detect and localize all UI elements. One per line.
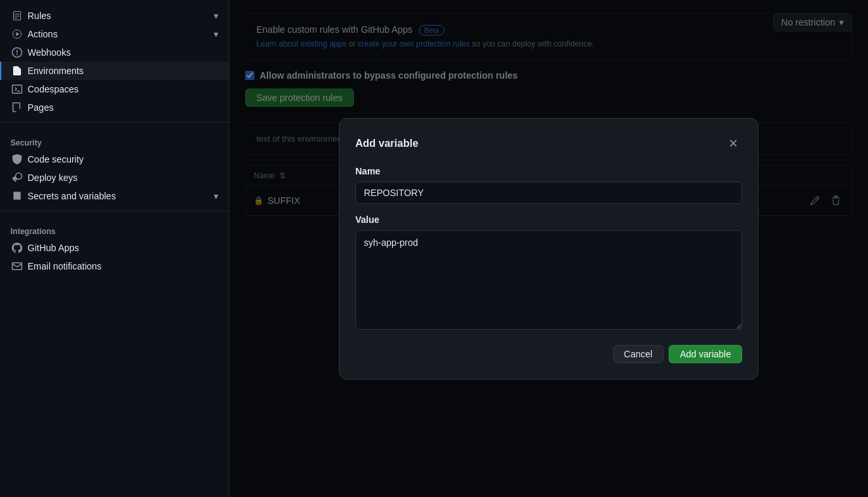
main-content-area: No restriction ▾ Enable custom rules wit… xyxy=(229,0,868,497)
sidebar-item-label: Deploy keys xyxy=(28,172,77,183)
integrations-section-label: Integrations xyxy=(0,216,229,239)
sidebar-item-codespaces[interactable]: Codespaces xyxy=(0,80,229,98)
cancel-button[interactable]: Cancel xyxy=(613,345,664,363)
sidebar-item-deploy-keys[interactable]: Deploy keys xyxy=(0,169,229,187)
security-section-label: Security xyxy=(0,128,229,150)
chevron-down-icon: ▾ xyxy=(214,191,218,201)
sidebar: Rules ▾ Actions ▾ Webhooks Environments … xyxy=(0,0,229,497)
sidebar-item-environments[interactable]: Environments xyxy=(0,62,229,80)
codespace-icon xyxy=(12,84,22,94)
sidebar-item-label: Actions xyxy=(28,29,58,39)
divider2 xyxy=(0,210,229,211)
sidebar-item-label: GitHub Apps xyxy=(28,243,79,253)
add-variable-modal: Add variable ✕ Name Value syh-app-prod C… xyxy=(339,118,759,380)
github-icon xyxy=(12,243,22,253)
sidebar-item-secrets-variables[interactable]: Secrets and variables ▾ xyxy=(0,187,229,205)
sidebar-item-code-security[interactable]: Code security xyxy=(0,150,229,169)
value-textarea[interactable]: syh-app-prod xyxy=(355,230,742,330)
sidebar-item-label: Webhooks xyxy=(28,47,71,58)
env-icon xyxy=(12,66,22,76)
sidebar-item-pages[interactable]: Pages xyxy=(0,98,229,117)
modal-footer: Cancel Add variable xyxy=(355,345,742,363)
chevron-down-icon: ▾ xyxy=(214,29,218,39)
svg-marker-1 xyxy=(16,32,20,36)
webhook-icon xyxy=(12,47,22,58)
list-icon xyxy=(12,10,22,21)
sidebar-item-label: Pages xyxy=(28,102,54,113)
chevron-down-icon: ▾ xyxy=(214,10,218,21)
sidebar-item-actions[interactable]: Actions ▾ xyxy=(0,25,229,43)
modal-title: Add variable xyxy=(355,138,418,149)
name-input[interactable] xyxy=(355,182,742,204)
add-variable-button[interactable]: Add variable xyxy=(669,345,742,363)
key-icon xyxy=(12,172,22,183)
value-field-label: Value xyxy=(355,214,742,225)
modal-overlay: Add variable ✕ Name Value syh-app-prod C… xyxy=(229,0,868,497)
mail-icon xyxy=(12,261,22,271)
divider xyxy=(0,122,229,123)
sidebar-item-github-apps[interactable]: GitHub Apps xyxy=(0,239,229,257)
play-icon xyxy=(12,29,22,39)
pages-icon xyxy=(12,102,22,113)
sidebar-item-label: Environments xyxy=(28,66,84,76)
sidebar-item-email-notifications[interactable]: Email notifications xyxy=(0,257,229,275)
modal-close-button[interactable]: ✕ xyxy=(724,134,742,153)
sidebar-item-label: Rules xyxy=(28,10,51,21)
sidebar-item-label: Email notifications xyxy=(28,261,102,271)
modal-header: Add variable ✕ xyxy=(355,134,742,153)
sidebar-item-label: Codespaces xyxy=(28,84,79,94)
shield-icon xyxy=(12,154,22,165)
sidebar-item-rules[interactable]: Rules ▾ xyxy=(0,7,229,25)
sidebar-item-label: Secrets and variables xyxy=(28,191,116,201)
sidebar-item-label: Code security xyxy=(28,154,84,165)
name-field-label: Name xyxy=(355,166,742,176)
plus-square-icon xyxy=(12,191,22,201)
sidebar-item-webhooks[interactable]: Webhooks xyxy=(0,43,229,62)
